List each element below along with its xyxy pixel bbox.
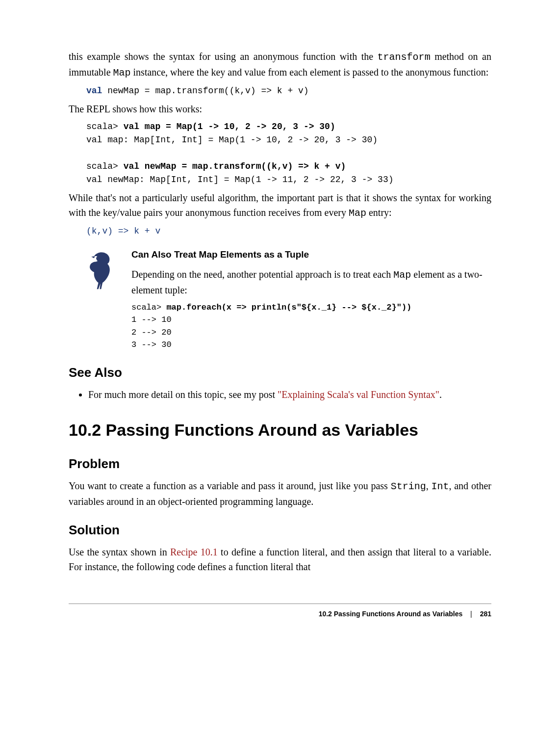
page-content: this example shows the syntax for using …	[0, 0, 560, 649]
prompt: scala>	[131, 303, 166, 312]
text: this example shows the syntax for using …	[69, 51, 378, 62]
footer-separator: |	[470, 610, 472, 618]
page-footer: 10.2 Passing Functions Around as Variabl…	[69, 609, 491, 619]
list-item: For much more detail on this topic, see …	[88, 387, 491, 402]
code-int: Int	[431, 481, 449, 492]
note-paragraph: Depending on the need, another potential…	[131, 267, 491, 297]
text: You want to create a function as a varia…	[69, 480, 391, 491]
code-map: Map	[113, 67, 131, 79]
repl-output: 2 --> 20	[131, 328, 172, 337]
text: entry:	[366, 207, 392, 218]
paragraph-problem: You want to create a function as a varia…	[69, 478, 491, 509]
section-title: 10.2 Passing Functions Around as Variabl…	[69, 418, 491, 443]
repl-input: val map = Map(1 -> 10, 2 -> 20, 3 -> 30)	[124, 122, 335, 131]
footer-section-title: 10.2 Passing Functions Around as Variabl…	[319, 610, 463, 618]
external-link[interactable]: "Explaining Scala's val Function Syntax"	[278, 389, 439, 400]
repl-output: 1 --> 10	[131, 315, 172, 324]
code-string: String	[391, 481, 426, 492]
code-short: (k,v) => k + v	[86, 225, 491, 238]
note-body: Can Also Treat Map Elements as a Tuple D…	[131, 248, 491, 351]
see-also-list: For much more detail on this topic, see …	[69, 387, 491, 402]
repl-output: val map: Map[Int, Int] = Map(1 -> 10, 2 …	[86, 135, 378, 145]
paragraph-intro: this example shows the syntax for using …	[69, 49, 491, 80]
paragraph-solution: Use the syntax shown in Recipe 10.1 to d…	[69, 545, 491, 574]
footer-divider	[69, 604, 491, 604]
prompt: scala>	[86, 122, 124, 131]
paragraph-repl-intro: The REPL shows how this works:	[69, 102, 491, 116]
recipe-link[interactable]: Recipe 10.1	[170, 547, 218, 557]
note-box: Can Also Treat Map Elements as a Tuple D…	[86, 248, 491, 351]
text: ,	[426, 480, 432, 491]
repl-output: 3 --> 30	[131, 340, 172, 349]
repl-block: scala> val map = Map(1 -> 10, 2 -> 20, 3…	[86, 120, 491, 186]
code-block-transform: val newMap = map.transform((k,v) => k + …	[86, 84, 491, 98]
heading-problem: Problem	[69, 454, 491, 473]
footer-page-number: 281	[480, 610, 491, 618]
paragraph-explain: While that's not a particularly useful a…	[69, 190, 491, 221]
crow-icon	[86, 250, 125, 296]
note-code-block: scala> map.foreach(x => println(s"${x._1…	[131, 301, 491, 351]
heading-solution: Solution	[69, 521, 491, 540]
text: Use the syntax shown in	[69, 547, 170, 557]
text: While that's not a particularly useful a…	[69, 192, 491, 218]
keyword-val: val	[86, 86, 102, 96]
prompt: scala>	[86, 161, 124, 171]
text: Depending on the need, another potential…	[131, 269, 393, 280]
repl-input: map.foreach(x => println(s"${x._1} --> $…	[166, 303, 411, 312]
note-title: Can Also Treat Map Elements as a Tuple	[131, 248, 491, 262]
code-map: Map	[349, 208, 366, 219]
repl-input: val newMap = map.transform((k,v) => k + …	[124, 161, 346, 171]
repl-output: val newMap: Map[Int, Int] = Map(1 -> 11,…	[86, 175, 394, 184]
text: instance, where the key and value from e…	[131, 67, 489, 78]
code-map: Map	[393, 269, 411, 281]
code-transform: transform	[378, 52, 431, 63]
heading-see-also: See Also	[69, 363, 491, 382]
svg-point-0	[96, 256, 97, 258]
code-text: newMap = map.transform((k,v) => k + v)	[102, 86, 308, 96]
text: For much more detail on this topic, see …	[88, 389, 278, 400]
text: .	[439, 389, 442, 400]
